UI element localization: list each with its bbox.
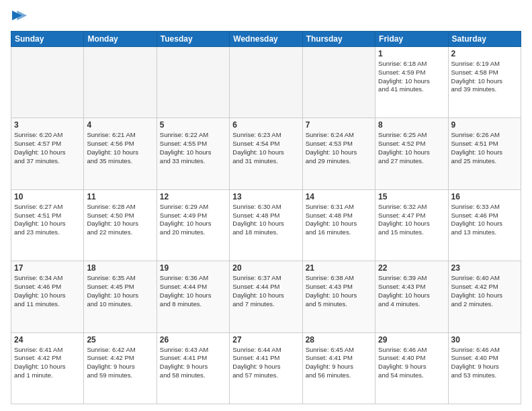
day-info: Sunrise: 6:41 AM Sunset: 4:42 PM Dayligh… xyxy=(14,346,81,380)
calendar-cell: 29Sunrise: 6:46 AM Sunset: 4:40 PM Dayli… xyxy=(375,332,448,404)
day-number: 18 xyxy=(87,263,153,273)
weekday-cell: Saturday xyxy=(448,32,521,47)
day-info: Sunrise: 6:40 AM Sunset: 4:42 PM Dayligh… xyxy=(451,274,518,308)
calendar-row: 10Sunrise: 6:27 AM Sunset: 4:51 PM Dayli… xyxy=(11,189,521,261)
calendar-cell: 18Sunrise: 6:35 AM Sunset: 4:45 PM Dayli… xyxy=(84,261,157,332)
calendar-cell: 30Sunrise: 6:46 AM Sunset: 4:40 PM Dayli… xyxy=(448,332,521,404)
calendar-cell: 12Sunrise: 6:29 AM Sunset: 4:49 PM Dayli… xyxy=(157,189,229,261)
calendar-cell: 23Sunrise: 6:40 AM Sunset: 4:42 PM Dayli… xyxy=(448,261,521,332)
day-number: 27 xyxy=(232,335,299,345)
calendar-cell: 25Sunrise: 6:42 AM Sunset: 4:42 PM Dayli… xyxy=(84,332,157,404)
calendar-cell: 16Sunrise: 6:33 AM Sunset: 4:46 PM Dayli… xyxy=(448,189,521,261)
day-info: Sunrise: 6:45 AM Sunset: 4:41 PM Dayligh… xyxy=(306,346,372,380)
logo xyxy=(11,8,27,26)
day-info: Sunrise: 6:33 AM Sunset: 4:46 PM Dayligh… xyxy=(451,203,518,237)
day-number: 23 xyxy=(451,263,518,273)
calendar-cell: 7Sunrise: 6:24 AM Sunset: 4:53 PM Daylig… xyxy=(302,118,375,189)
day-info: Sunrise: 6:25 AM Sunset: 4:52 PM Dayligh… xyxy=(378,131,445,165)
day-info: Sunrise: 6:23 AM Sunset: 4:54 PM Dayligh… xyxy=(232,131,299,165)
weekday-cell: Monday xyxy=(84,32,157,47)
calendar-cell: 10Sunrise: 6:27 AM Sunset: 4:51 PM Dayli… xyxy=(11,189,84,261)
day-info: Sunrise: 6:46 AM Sunset: 4:40 PM Dayligh… xyxy=(451,346,518,380)
weekday-cell: Sunday xyxy=(11,32,84,47)
calendar-row: 17Sunrise: 6:34 AM Sunset: 4:46 PM Dayli… xyxy=(11,261,521,332)
calendar-cell: 22Sunrise: 6:39 AM Sunset: 4:43 PM Dayli… xyxy=(375,261,448,332)
weekday-cell: Thursday xyxy=(302,32,375,47)
calendar-cell: 15Sunrise: 6:32 AM Sunset: 4:47 PM Dayli… xyxy=(375,189,448,261)
day-info: Sunrise: 6:30 AM Sunset: 4:48 PM Dayligh… xyxy=(232,203,299,237)
day-info: Sunrise: 6:24 AM Sunset: 4:53 PM Dayligh… xyxy=(306,131,372,165)
day-info: Sunrise: 6:37 AM Sunset: 4:44 PM Dayligh… xyxy=(232,274,299,308)
calendar-row: 24Sunrise: 6:41 AM Sunset: 4:42 PM Dayli… xyxy=(11,332,521,404)
weekday-cell: Wednesday xyxy=(230,32,302,47)
day-info: Sunrise: 6:35 AM Sunset: 4:45 PM Dayligh… xyxy=(87,274,153,308)
calendar-body: 1Sunrise: 6:18 AM Sunset: 4:59 PM Daylig… xyxy=(11,47,521,404)
calendar-cell: 13Sunrise: 6:30 AM Sunset: 4:48 PM Dayli… xyxy=(230,189,302,261)
calendar-cell xyxy=(157,47,229,118)
calendar-cell xyxy=(84,47,157,118)
calendar-cell: 28Sunrise: 6:45 AM Sunset: 4:41 PM Dayli… xyxy=(302,332,375,404)
calendar-cell: 21Sunrise: 6:38 AM Sunset: 4:43 PM Dayli… xyxy=(302,261,375,332)
day-number: 26 xyxy=(160,335,226,345)
calendar-cell xyxy=(230,47,302,118)
day-info: Sunrise: 6:21 AM Sunset: 4:56 PM Dayligh… xyxy=(87,131,153,165)
day-number: 5 xyxy=(160,120,226,130)
day-info: Sunrise: 6:43 AM Sunset: 4:41 PM Dayligh… xyxy=(160,346,226,380)
header xyxy=(11,8,521,26)
calendar-cell: 5Sunrise: 6:22 AM Sunset: 4:55 PM Daylig… xyxy=(157,118,229,189)
logo-icon xyxy=(12,8,27,23)
day-info: Sunrise: 6:32 AM Sunset: 4:47 PM Dayligh… xyxy=(378,203,445,237)
day-number: 29 xyxy=(378,335,445,345)
weekday-header-row: SundayMondayTuesdayWednesdayThursdayFrid… xyxy=(11,32,521,47)
day-number: 13 xyxy=(232,192,299,201)
day-info: Sunrise: 6:27 AM Sunset: 4:51 PM Dayligh… xyxy=(14,203,81,237)
day-info: Sunrise: 6:22 AM Sunset: 4:55 PM Dayligh… xyxy=(160,131,226,165)
day-info: Sunrise: 6:28 AM Sunset: 4:50 PM Dayligh… xyxy=(87,203,153,237)
calendar-cell: 4Sunrise: 6:21 AM Sunset: 4:56 PM Daylig… xyxy=(84,118,157,189)
day-info: Sunrise: 6:31 AM Sunset: 4:48 PM Dayligh… xyxy=(306,203,372,237)
weekday-cell: Friday xyxy=(375,32,448,47)
day-number: 9 xyxy=(451,120,518,130)
day-number: 7 xyxy=(306,120,372,130)
calendar-cell: 6Sunrise: 6:23 AM Sunset: 4:54 PM Daylig… xyxy=(230,118,302,189)
calendar-cell: 24Sunrise: 6:41 AM Sunset: 4:42 PM Dayli… xyxy=(11,332,84,404)
day-number: 1 xyxy=(378,49,445,58)
day-number: 30 xyxy=(451,335,518,345)
calendar-table: SundayMondayTuesdayWednesdayThursdayFrid… xyxy=(11,31,521,404)
day-number: 3 xyxy=(14,120,81,130)
day-number: 15 xyxy=(378,192,445,201)
calendar-cell: 8Sunrise: 6:25 AM Sunset: 4:52 PM Daylig… xyxy=(375,118,448,189)
page: SundayMondayTuesdayWednesdayThursdayFrid… xyxy=(0,0,532,411)
calendar-cell: 3Sunrise: 6:20 AM Sunset: 4:57 PM Daylig… xyxy=(11,118,84,189)
calendar-row: 3Sunrise: 6:20 AM Sunset: 4:57 PM Daylig… xyxy=(11,118,521,189)
calendar-row: 1Sunrise: 6:18 AM Sunset: 4:59 PM Daylig… xyxy=(11,47,521,118)
svg-marker-1 xyxy=(17,11,27,21)
calendar-cell: 11Sunrise: 6:28 AM Sunset: 4:50 PM Dayli… xyxy=(84,189,157,261)
calendar-cell: 27Sunrise: 6:44 AM Sunset: 4:41 PM Dayli… xyxy=(230,332,302,404)
calendar-cell: 26Sunrise: 6:43 AM Sunset: 4:41 PM Dayli… xyxy=(157,332,229,404)
day-info: Sunrise: 6:46 AM Sunset: 4:40 PM Dayligh… xyxy=(378,346,445,380)
day-number: 8 xyxy=(378,120,445,130)
day-number: 10 xyxy=(14,192,81,201)
day-number: 6 xyxy=(232,120,299,130)
calendar-cell xyxy=(11,47,84,118)
day-number: 17 xyxy=(14,263,81,273)
calendar-cell: 9Sunrise: 6:26 AM Sunset: 4:51 PM Daylig… xyxy=(448,118,521,189)
day-info: Sunrise: 6:18 AM Sunset: 4:59 PM Dayligh… xyxy=(378,60,445,94)
calendar-cell: 17Sunrise: 6:34 AM Sunset: 4:46 PM Dayli… xyxy=(11,261,84,332)
day-number: 20 xyxy=(232,263,299,273)
calendar-cell: 1Sunrise: 6:18 AM Sunset: 4:59 PM Daylig… xyxy=(375,47,448,118)
calendar-cell: 19Sunrise: 6:36 AM Sunset: 4:44 PM Dayli… xyxy=(157,261,229,332)
day-number: 4 xyxy=(87,120,153,130)
day-info: Sunrise: 6:36 AM Sunset: 4:44 PM Dayligh… xyxy=(160,274,226,308)
calendar-cell: 14Sunrise: 6:31 AM Sunset: 4:48 PM Dayli… xyxy=(302,189,375,261)
day-info: Sunrise: 6:29 AM Sunset: 4:49 PM Dayligh… xyxy=(160,203,226,237)
day-number: 12 xyxy=(160,192,226,201)
day-info: Sunrise: 6:39 AM Sunset: 4:43 PM Dayligh… xyxy=(378,274,445,308)
day-number: 28 xyxy=(306,335,372,345)
day-number: 2 xyxy=(451,49,518,58)
calendar-cell xyxy=(302,47,375,118)
day-number: 16 xyxy=(451,192,518,201)
day-number: 25 xyxy=(87,335,153,345)
day-number: 11 xyxy=(87,192,153,201)
